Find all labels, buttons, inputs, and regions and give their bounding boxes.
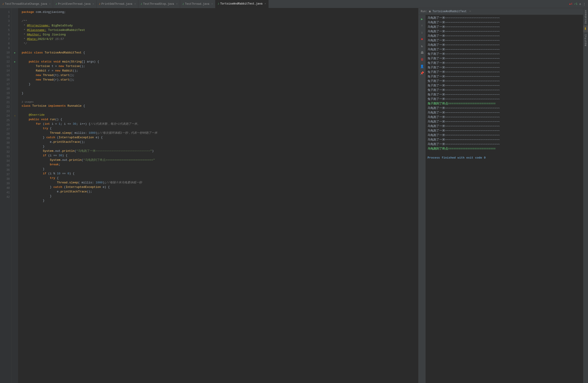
plain: ( [74, 149, 76, 153]
restful-sidebar-label[interactable]: RESTful [584, 32, 587, 48]
bookmark-icon[interactable]: ↑ [14, 115, 16, 117]
tab-label: TestThreadStop.java [143, 2, 174, 6]
plain: ; i <= [61, 122, 73, 126]
gutter-7 [12, 37, 18, 41]
code-line-2 [22, 14, 418, 19]
kw-public3: public [29, 117, 39, 122]
expand-icon[interactable]: ∧ [579, 2, 581, 6]
tab-label: TestThread.java [185, 2, 209, 6]
gutter-2 [12, 14, 18, 19]
indent [22, 117, 29, 122]
plain: . [53, 149, 55, 153]
plain [52, 60, 54, 64]
output-line-2: 乌龟跑了一米~~~~~~~~~~~~~~~~~~~~~~~~~~~~~~~ [427, 20, 581, 25]
ln-12: 12 [0, 60, 12, 64]
sidebar-divider: ▌ [583, 25, 588, 32]
run-class-icon[interactable]: ▶ [14, 51, 16, 54]
num-1000: 1000 [88, 131, 95, 135]
gutter-33 [12, 154, 18, 159]
tab-close[interactable]: × [211, 3, 213, 5]
clear-btn[interactable]: 🗑 [420, 57, 425, 62]
code-line-15: new Thread(t).start(); [22, 73, 418, 78]
comment-7b: 15:57 [53, 37, 64, 41]
kw-int: int [44, 122, 50, 126]
tab-PrintEvenThread[interactable]: J PrintEvenThread.java × [53, 0, 96, 8]
rerun-btn[interactable]: ↻ [420, 43, 425, 49]
plain [66, 104, 67, 108]
scroll-up-btn[interactable]: ↑ [420, 23, 425, 28]
plain: com.dingjiaxiong; [34, 10, 66, 14]
num-30: 30 [73, 122, 76, 126]
kw-if: if [43, 153, 46, 158]
ln-6: 6 [0, 33, 12, 37]
tab-TestThreadStop[interactable]: J TestThreadStop.java × [138, 0, 180, 8]
tab-TortoiseAndRabbitTest[interactable]: J TortoiseAndRabbitTest.java × [215, 0, 268, 8]
annotation-author: @Author: [27, 33, 41, 37]
gutter-12[interactable]: ▶ [12, 60, 18, 64]
run-btn[interactable]: ▶ [420, 16, 425, 22]
tab-close[interactable]: × [176, 3, 178, 5]
java-icon: J [218, 2, 219, 5]
kw-new4: new [36, 78, 41, 82]
tab-close[interactable]: × [134, 3, 136, 5]
gutter-9 [12, 46, 18, 51]
output-line-19: 兔子跑了一米~~~~~~~~~~~~~~~~~~~~~~~~~~~~~~~ [427, 97, 581, 101]
output-line-29: 乌龟跑了一米~~~~~~~~~~~~~~~~~~~~~~~~~~~~~~~ [427, 142, 581, 147]
tab-close[interactable]: × [93, 3, 94, 5]
code-editor[interactable]: package com.dingjiaxiong; /** * @Project… [18, 8, 418, 383]
ln-17: 17 [0, 82, 12, 87]
java-icon: J [55, 3, 57, 5]
output-line-25: 乌龟跑了一米~~~~~~~~~~~~~~~~~~~~~~~~~~~~~~~ [427, 124, 581, 129]
print-btn[interactable]: 🖶 [420, 50, 425, 56]
gutter-18 [12, 87, 18, 91]
num-30b: 30 [59, 153, 62, 158]
str-tortoise-run: "乌龟跑了一米~~~~~~~~~~~~~~~~~~~~~~~~~~~~~~~" [76, 149, 152, 153]
gutter-16 [12, 78, 18, 82]
code-line-35: } [22, 167, 418, 171]
tab-PrintOddThread[interactable]: J PrintOddThread.java × [97, 0, 138, 8]
kw-void2: void [41, 117, 48, 122]
gutter-24[interactable]: ↑ [12, 114, 18, 118]
indent: } [22, 167, 44, 171]
pin-btn[interactable]: 📌 [420, 70, 425, 76]
output-line-6: 乌龟跑了一米~~~~~~~~~~~~~~~~~~~~~~~~~~~~~~~ [427, 38, 581, 43]
code-line-37: try { [22, 176, 418, 181]
method-sleep: sleep [62, 131, 71, 135]
tab-close[interactable]: × [49, 3, 51, 5]
run-panel-close[interactable]: × [469, 10, 471, 13]
plain: () { [55, 117, 62, 122]
ln-42: 42 [0, 195, 12, 199]
gutter-21 [12, 100, 18, 105]
run-tab-name[interactable]: TortoiseAndRabbitTest [433, 10, 466, 13]
gutter-13 [12, 64, 18, 69]
run-panel-header: Run: ▣ TortoiseAndRabbitTest × [419, 8, 583, 15]
gutter-10[interactable]: ▶ [12, 51, 18, 55]
plain: t = [50, 64, 59, 69]
method-start2: start [61, 78, 69, 82]
more-icon[interactable]: ⋮ [583, 2, 586, 6]
type-rabbit: Rabbit [36, 69, 46, 73]
type-sys2: System [50, 158, 61, 162]
gutter-17 [12, 82, 18, 87]
run-main-icon[interactable]: ▶ [14, 60, 16, 63]
plain [43, 51, 45, 55]
kw-public: public [22, 51, 32, 55]
plain: ) { [62, 153, 67, 158]
tab-TestThread[interactable]: J TestThread.java × [180, 0, 215, 8]
console-icon: ▣ [429, 10, 431, 13]
database-sidebar-label[interactable]: Database [584, 8, 587, 25]
scroll-down-btn[interactable]: ↓ [420, 30, 425, 35]
ln-7: 7 [0, 37, 12, 41]
tab-close[interactable]: × [265, 2, 266, 5]
settings-btn[interactable]: 👤 [420, 64, 425, 69]
gutter-27 [12, 127, 18, 132]
tab-TestThreadStateChange[interactable]: J TestThreadStateChange.java × [0, 0, 53, 8]
java-icon: J [182, 3, 184, 5]
ln-30: 30 [0, 141, 12, 145]
gutter-1 [12, 10, 18, 14]
num-1: 1 [59, 122, 61, 126]
output-line-27: 乌龟跑了一米~~~~~~~~~~~~~~~~~~~~~~~~~~~~~~~ [427, 133, 581, 138]
ln-8: 8 [0, 41, 12, 46]
stop-btn[interactable]: ■ [420, 37, 425, 42]
plain: (i % [46, 171, 57, 176]
